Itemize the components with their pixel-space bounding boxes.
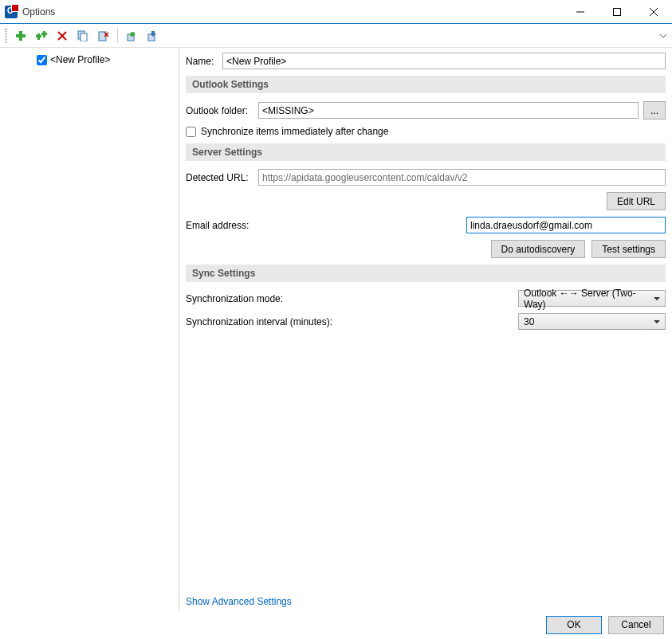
clear-cache-icon[interactable] — [95, 27, 112, 45]
profile-tree-item[interactable]: <New Profile> — [0, 53, 179, 67]
sync-interval-dropdown[interactable]: 30 — [518, 313, 666, 330]
toolbar-overflow-icon[interactable] — [659, 27, 667, 45]
svg-rect-9 — [41, 33, 47, 35]
dialog-footer: OK Cancel — [0, 610, 672, 639]
svg-rect-5 — [16, 34, 26, 37]
test-settings-button[interactable]: Test settings — [591, 240, 666, 258]
toolbar-separator — [117, 29, 118, 43]
svg-rect-7 — [36, 35, 41, 37]
sync-section-header: Sync Settings — [186, 265, 666, 282]
sync-immediate-label: Synchronize items immediately after chan… — [201, 126, 388, 137]
sync-interval-value: 30 — [524, 316, 534, 327]
detected-url-input — [258, 169, 666, 186]
app-icon — [5, 6, 18, 18]
window-controls — [562, 0, 672, 23]
edit-url-button[interactable]: Edit URL — [607, 192, 666, 210]
profile-sidebar: <New Profile> — [0, 48, 179, 610]
outlook-section-header: Outlook Settings — [186, 76, 666, 93]
add-multiple-icon[interactable] — [33, 27, 50, 45]
name-input[interactable] — [222, 53, 666, 69]
show-advanced-link[interactable]: Show Advanced Settings — [186, 596, 292, 607]
name-label: Name: — [186, 56, 218, 67]
email-label: Email address: — [186, 220, 253, 231]
add-profile-icon[interactable] — [12, 27, 29, 45]
sync-mode-value: Outlook ←→ Server (Two-Way) — [524, 288, 650, 310]
profile-item-label: <New Profile> — [50, 54, 110, 65]
minimize-button[interactable] — [562, 0, 599, 23]
copy-icon[interactable] — [74, 27, 92, 45]
sync-mode-dropdown[interactable]: Outlook ←→ Server (Two-Way) — [518, 290, 666, 307]
close-button[interactable] — [635, 0, 672, 23]
maximize-button[interactable] — [599, 0, 635, 23]
detected-url-label: Detected URL: — [186, 172, 253, 183]
export-icon[interactable] — [123, 27, 140, 45]
toolbar — [0, 24, 672, 48]
profile-checkbox[interactable] — [37, 55, 47, 65]
titlebar: Options — [0, 0, 672, 24]
import-icon[interactable] — [143, 27, 161, 45]
window-title: Options — [22, 6, 562, 18]
toolbar-grip — [5, 29, 7, 43]
main-panel: Name: Outlook Settings Outlook folder: .… — [179, 48, 672, 610]
outlook-folder-input[interactable] — [258, 102, 639, 119]
server-section-header: Server Settings — [186, 143, 666, 161]
sync-immediate-checkbox[interactable] — [186, 127, 196, 137]
sync-interval-label: Synchronization interval (minutes): — [186, 316, 332, 327]
delete-icon[interactable] — [53, 27, 71, 45]
outlook-folder-label: Outlook folder: — [186, 105, 253, 116]
svg-rect-1 — [614, 8, 621, 15]
email-input[interactable] — [466, 217, 666, 233]
sync-mode-label: Synchronization mode: — [186, 293, 283, 304]
autodiscovery-button[interactable]: Do autodiscovery — [491, 240, 586, 258]
svg-rect-13 — [81, 33, 87, 41]
browse-folder-button[interactable]: ... — [643, 101, 666, 120]
ok-button[interactable]: OK — [546, 616, 602, 634]
cancel-button[interactable]: Cancel — [608, 616, 664, 634]
